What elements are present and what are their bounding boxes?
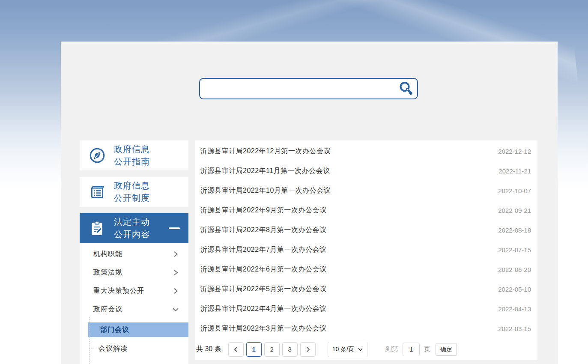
list-item[interactable]: 沂源县审计局2022年7月第一次办公会议 2022-07-15 bbox=[195, 240, 537, 260]
submenu-item-meeting-interpretation[interactable]: 会议解读 bbox=[98, 341, 184, 356]
list-item-date: 2022-09-21 bbox=[498, 207, 531, 214]
search-icon bbox=[398, 81, 414, 96]
compass-icon bbox=[88, 146, 106, 165]
total-count-label: 共 30 条 bbox=[196, 345, 221, 354]
list-item-date: 2022-11-21 bbox=[498, 167, 531, 175]
sidebar-card-label: 政府信息 公开指南 bbox=[114, 143, 150, 168]
search-button[interactable] bbox=[395, 79, 417, 98]
goto-page-input[interactable] bbox=[403, 343, 420, 356]
menu-item-policies[interactable]: 政策法规 bbox=[80, 263, 188, 282]
menu-item-government-meetings[interactable]: 政府会议 bbox=[80, 300, 188, 319]
submenu-tree-line bbox=[89, 317, 90, 364]
list-item-date: 2022-04-13 bbox=[498, 305, 531, 313]
list-item[interactable]: 沂源县审计局2022年5月第一次办公会议 2022-05-10 bbox=[195, 279, 537, 299]
next-page-button[interactable] bbox=[300, 342, 316, 357]
chevron-right-icon bbox=[173, 269, 179, 276]
list-item-date: 2022-05-10 bbox=[498, 286, 531, 293]
chevron-right-icon bbox=[305, 346, 311, 352]
search-input[interactable] bbox=[200, 79, 395, 98]
list-item[interactable]: 沂源县审计局2022年3月第一次办公会议 2022-03-15 bbox=[195, 319, 537, 338]
list-item[interactable]: 沂源县审计局2022年11月第一次办公会议 2022-11-21 bbox=[195, 161, 537, 181]
submenu-tree-stub bbox=[89, 349, 94, 349]
list-item[interactable]: 沂源县审计局2022年6月第一次办公会议 2022-06-20 bbox=[195, 260, 537, 279]
sidebar-menu: 机构职能 政策法规 重大决策预公开 政府会议 部门会议 会议解读 bbox=[80, 243, 188, 364]
sidebar-card-gov-info-guide[interactable]: 政府信息 公开指南 bbox=[80, 140, 188, 170]
collapse-minus-icon[interactable] bbox=[169, 227, 180, 229]
prev-page-button[interactable] bbox=[228, 342, 244, 357]
list-item-date: 2022-03-15 bbox=[498, 325, 531, 332]
page-button-2[interactable]: 2 bbox=[264, 342, 280, 357]
sidebar-card-gov-info-system[interactable]: 政府信息 公开制度 bbox=[80, 177, 188, 207]
page-button-3[interactable]: 3 bbox=[282, 342, 298, 357]
page-button-1[interactable]: 1 bbox=[246, 342, 262, 357]
submenu-item-department-meetings[interactable]: 部门会议 bbox=[88, 322, 188, 337]
chevron-left-icon bbox=[233, 346, 239, 352]
pagination-bar: 共 30 条 1 2 3 10 条/页 到第 页 确定 bbox=[195, 338, 537, 360]
list-item-date: 2022-12-12 bbox=[498, 148, 531, 155]
list-item[interactable]: 沂源县审计局2022年8月第一次办公会议 2022-08-18 bbox=[195, 220, 537, 240]
list-item-date: 2022-10-07 bbox=[498, 187, 531, 194]
menu-item-major-decisions[interactable]: 重大决策预公开 bbox=[80, 282, 188, 300]
list-item[interactable]: 沂源县审计局2022年9月第一次办公会议 2022-09-21 bbox=[195, 200, 537, 220]
sidebar-card-label: 政府信息 公开制度 bbox=[114, 179, 150, 204]
list-item[interactable]: 沂源县审计局2022年12月第一次办公会议 2022-12-12 bbox=[195, 141, 537, 161]
search-bar bbox=[199, 78, 418, 99]
list-item[interactable]: 沂源县审计局2022年10月第一次办公会议 2022-10-07 bbox=[195, 181, 537, 200]
list-item-date: 2022-07-15 bbox=[498, 246, 531, 254]
chevron-right-icon bbox=[173, 288, 179, 294]
meeting-list: 沂源县审计局2022年12月第一次办公会议 2022-12-12 沂源县审计局2… bbox=[195, 140, 537, 360]
list-item-date: 2022-08-18 bbox=[498, 227, 531, 234]
confirm-button[interactable]: 确定 bbox=[436, 343, 457, 356]
caret-down-icon bbox=[358, 348, 363, 351]
menu-item-organization[interactable]: 机构职能 bbox=[80, 245, 188, 263]
chevron-right-icon bbox=[173, 251, 179, 257]
sidebar-card-label: 法定主动 公开内容 bbox=[114, 216, 150, 241]
goto-page-suffix: 页 bbox=[424, 345, 430, 353]
goto-page-prefix: 到第 bbox=[385, 345, 398, 353]
chevron-down-icon bbox=[172, 306, 179, 313]
list-item-date: 2022-06-20 bbox=[498, 266, 531, 273]
page-size-select[interactable]: 10 条/页 bbox=[328, 342, 367, 357]
notebook-icon bbox=[88, 182, 106, 201]
clipboard-pencil-icon bbox=[88, 219, 106, 238]
list-item[interactable]: 沂源县审计局2022年4月第一次办公会议 2022-04-13 bbox=[195, 299, 537, 319]
sidebar-card-statutory-disclosure[interactable]: 法定主动 公开内容 bbox=[80, 213, 188, 243]
